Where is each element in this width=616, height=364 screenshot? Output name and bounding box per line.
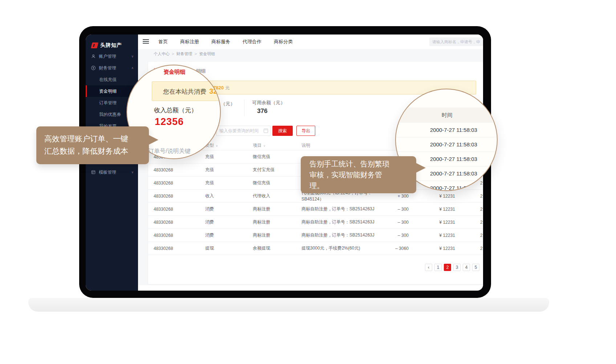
sidebar-item-7[interactable]: 模板管理∨: [86, 166, 138, 178]
stat-divider: [244, 100, 244, 116]
cell-type: 充值: [205, 154, 253, 160]
magnified-income-label: 收入总额（元）: [154, 106, 197, 114]
topbar: 首页商标注册商标服务代理合作商标分类: [138, 35, 483, 49]
cell-project: 微信充值: [253, 154, 301, 160]
cell-type: 消费: [205, 232, 253, 238]
magnified-keyword-input: 订单号/说明关键: [148, 147, 190, 155]
callout-right-arrow: [416, 163, 426, 173]
callout-line: 高效管理账户订单、一键: [44, 133, 141, 145]
cell-desc: 商标自助注册，订单号：SB2514263J: [301, 232, 389, 238]
cell-desc: 商标自助注册，订单号：SB2514263J: [301, 206, 389, 212]
magnified-time-header: 时间: [396, 108, 498, 123]
cell-amount: + 300: [389, 194, 409, 199]
sidebar-item-0[interactable]: 账户管理∨: [86, 50, 138, 62]
cell-project: 商标注册: [253, 206, 301, 212]
nav-item-4[interactable]: 商标分类: [274, 39, 293, 45]
logo: 头牌知产: [86, 35, 138, 50]
cell-balance: ¥ 12231: [409, 246, 455, 251]
pagination: ‹12345: [425, 264, 479, 271]
pagination-page-3[interactable]: 3: [453, 264, 461, 271]
cell-type: 消费: [205, 206, 253, 212]
calendar-icon[interactable]: [264, 129, 268, 133]
magnified-time-row: 2000-7-27 11:58:03: [396, 137, 498, 152]
nav-item-3[interactable]: 代理合作: [243, 39, 262, 45]
search-button[interactable]: 搜索: [272, 126, 293, 136]
cell-amount: – 300: [389, 233, 409, 238]
sidebar-item-label: 资金明细: [99, 88, 117, 94]
pagination-prev[interactable]: ‹: [425, 264, 432, 271]
stage: 头牌知产 账户管理∨财务管理∧在线充值资金明细订单管理我的优惠券我的发票模板管理…: [0, 0, 616, 364]
sidebar-item-label: 订单管理: [99, 100, 117, 106]
laptop-base: [28, 298, 549, 312]
sidebar-item-label: 账户管理: [99, 53, 116, 60]
nav-item-0[interactable]: 首页: [158, 39, 168, 45]
logo-text: 头牌知产: [100, 42, 122, 49]
finance-icon: [91, 65, 96, 70]
user-icon: [91, 54, 96, 59]
nav-item-2[interactable]: 商标服务: [211, 39, 230, 45]
sidebar-item-label: 财务管理: [99, 65, 116, 71]
time-input[interactable]: [216, 126, 271, 136]
stat-balance-label: 可用余额（元）: [252, 100, 285, 106]
cell-type: 提现: [205, 245, 253, 251]
breadcrumb-item-1[interactable]: 财务管理: [170, 52, 192, 56]
pagination-page-5[interactable]: 5: [472, 264, 479, 271]
pagination-page-1[interactable]: 1: [434, 264, 442, 271]
cell-order: 48330268: [154, 233, 205, 238]
header-desc: 说明: [301, 142, 389, 149]
cell-desc: 提现3000元，手续费2%(60元): [301, 245, 389, 251]
magnified-banner: 您在本站共消费32124: [152, 81, 221, 101]
search-input[interactable]: [429, 37, 483, 46]
callout-line: 审核，实现智能财务管: [309, 169, 408, 180]
callout-line: 理。: [309, 180, 408, 191]
pagination-page-4[interactable]: 4: [463, 264, 470, 271]
cell-amount: – 3060: [389, 246, 409, 251]
magnified-tab: 资金明细: [163, 69, 185, 76]
table-row: 48330268消费商标注册商标自助注册，订单号：SB2514263J– 300…: [148, 216, 483, 229]
header-type[interactable]: 类型: [205, 142, 253, 149]
sidebar-item-label: 在线充值: [99, 77, 117, 83]
cell-order: 48330268: [154, 246, 205, 251]
callout-line: 告别手工统计、告别繁琐: [309, 158, 408, 169]
export-button[interactable]: 导出: [296, 126, 315, 136]
cell-project: 商标注册: [253, 232, 301, 238]
stat-expense-unit-label: （元）: [221, 101, 235, 107]
breadcrumb-item-2[interactable]: 资金明细: [192, 52, 215, 56]
cell-time_fragment: 2: [455, 194, 480, 199]
cell-amount: – 300: [389, 220, 409, 225]
callout-left: 高效管理账户订单、一键汇总数据，降低财务成本: [36, 126, 149, 164]
cell-project: 商标注册: [253, 219, 301, 225]
magnified-income-value: 12356: [155, 116, 184, 128]
table-row: 48330268消费商标注册商标自助注册，订单号：SB2514263J– 300…: [148, 203, 483, 216]
nav-item-1[interactable]: 商标注册: [180, 39, 199, 45]
magnified-time-row: 2000-7-27 11:58:03: [396, 123, 498, 137]
cell-type: 充值: [205, 167, 253, 173]
cell-project: 代理收入: [253, 193, 301, 199]
cell-time_fragment: 2: [455, 220, 480, 225]
cell-desc: 商标自助注册，订单号：SB2514263J: [301, 219, 389, 225]
table-row: 48330268消费商标注册商标自助注册，订单号：SB2514263J– 300…: [148, 229, 483, 242]
cell-type: 消费: [205, 219, 253, 225]
template-icon: [91, 170, 96, 175]
cell-order: 48330268: [154, 167, 205, 173]
sidebar-item-1[interactable]: 财务管理∧: [86, 62, 138, 74]
cell-project: 微信充值: [253, 180, 301, 186]
cell-balance: ¥ 12231: [409, 207, 455, 212]
header-project[interactable]: 项目: [253, 142, 301, 149]
cell-time_fragment: 2: [455, 246, 480, 251]
cell-balance: ¥ 12231: [409, 220, 455, 225]
cell-amount: – 300: [389, 207, 409, 212]
callout-line: 汇总数据，降低财务成本: [44, 145, 141, 157]
pagination-page-2[interactable]: 2: [444, 264, 451, 271]
menu-icon[interactable]: [143, 39, 149, 45]
cell-order: 48330268: [154, 194, 205, 199]
breadcrumb-item-0[interactable]: 个人中心: [154, 52, 170, 56]
cell-time_fragment: 2: [455, 207, 480, 212]
cell-order: 48330268: [154, 207, 205, 212]
sidebar-item-2[interactable]: 在线充值: [86, 74, 138, 85]
chevron-up-icon: ∧: [131, 66, 134, 70]
cell-balance: ¥ 12231: [409, 233, 455, 238]
logo-icon: [91, 43, 98, 48]
cell-order: 48330268: [154, 181, 205, 186]
chevron-down-icon: ∨: [131, 170, 134, 174]
